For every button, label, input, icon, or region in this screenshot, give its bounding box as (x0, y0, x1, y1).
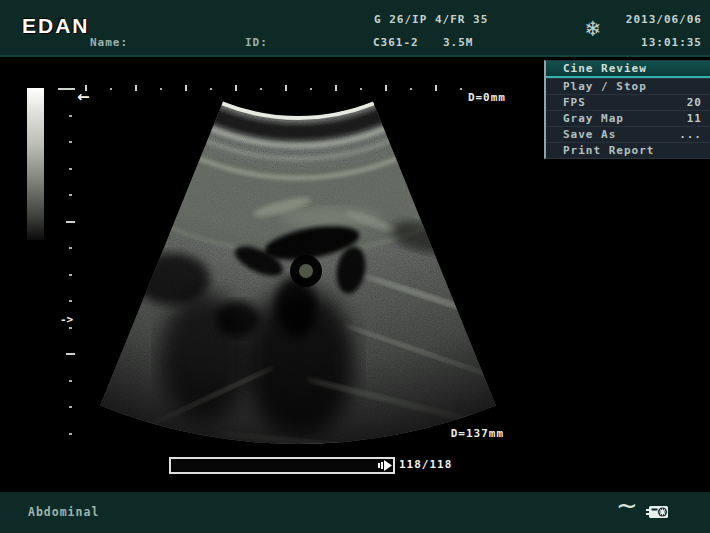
menu-item-label: Gray Map (563, 112, 624, 125)
cine-progress-bar[interactable] (169, 457, 395, 474)
menu-item-label: Save As (563, 128, 616, 141)
width-tick (360, 88, 362, 90)
orientation-arrow-icon: ← (77, 88, 90, 106)
width-tick (185, 85, 187, 91)
depth-tick (69, 115, 72, 117)
probe-frequency: 3.5M (443, 36, 474, 49)
menu-item-fps[interactable]: FPS 20 (546, 94, 710, 110)
width-tick (160, 88, 162, 90)
depth-tick (69, 274, 72, 276)
width-tick (410, 88, 412, 90)
depth-tick (69, 141, 72, 143)
depth-tick (69, 300, 72, 302)
patient-id-label: ID: (245, 36, 268, 49)
menu-item-gray-map[interactable]: Gray Map 11 (546, 110, 710, 126)
ultrasound-screen: EDAN Name: ID: G 26/IP 4/FR 35 C361-2 3.… (0, 0, 710, 533)
width-tick (335, 85, 337, 91)
depth-tick (66, 353, 75, 355)
width-tick (285, 85, 287, 91)
depth-start-label: D=0mm (440, 91, 506, 104)
frame-counter: 118/118 (399, 458, 452, 471)
edan-logo: EDAN (22, 14, 90, 38)
depth-tick (69, 247, 72, 249)
width-tick (235, 85, 237, 91)
width-tick (110, 88, 112, 90)
probe-model: C361-2 (373, 36, 419, 49)
freeze-snowflake-icon: ❄ (584, 17, 602, 41)
depth-tick (66, 221, 75, 223)
menu-item-cine-review[interactable]: Cine Review (546, 61, 710, 78)
depth-ruler (66, 88, 76, 448)
width-tick (260, 88, 262, 90)
menu-item-label: Play / Stop (563, 80, 647, 93)
system-date: 2013/06/06 (622, 13, 702, 26)
menu-item-play-stop[interactable]: Play / Stop (546, 78, 710, 94)
menu-item-label: Print Report (563, 144, 654, 157)
depth-tick (69, 380, 72, 382)
menu-item-label: Cine Review (563, 62, 647, 75)
depth-tick (69, 327, 72, 329)
printer-icon (646, 502, 670, 522)
width-tick (210, 88, 212, 90)
menu-item-print-report[interactable]: Print Report (546, 142, 710, 158)
acoustic-params: G 26/IP 4/FR 35 (374, 13, 488, 26)
menu-item-value: 11 (687, 111, 702, 126)
cine-menu: Cine Review Play / Stop FPS 20 Gray Map … (544, 60, 710, 159)
menu-item-save-as[interactable]: Save As ... (546, 126, 710, 142)
menu-item-value: ... (679, 127, 702, 142)
depth-tick (69, 406, 72, 408)
width-tick (135, 85, 137, 91)
bottom-bar: Abdominal ~ (0, 492, 710, 533)
patient-name-label: Name: (90, 36, 128, 49)
width-ruler (85, 85, 485, 93)
depth-tick (69, 433, 72, 435)
focus-marker[interactable]: -> (60, 313, 73, 326)
system-time: 13:01:35 (622, 36, 702, 49)
exam-preset-label: Abdominal (28, 505, 99, 519)
width-tick (385, 85, 387, 91)
depth-end-label: D=137mm (428, 427, 504, 440)
width-tick (435, 85, 437, 91)
wave-icon: ~ (616, 490, 638, 520)
grayscale-bar (27, 88, 44, 240)
cine-position-arrow-icon (377, 460, 393, 471)
depth-tick (69, 194, 72, 196)
width-tick (460, 88, 462, 90)
menu-item-value: 20 (687, 95, 702, 110)
depth-tick (69, 168, 72, 170)
ruler-corner-mark (58, 88, 66, 90)
top-bar: EDAN Name: ID: G 26/IP 4/FR 35 C361-2 3.… (0, 0, 710, 57)
menu-item-label: FPS (563, 96, 586, 109)
depth-tick (66, 88, 75, 90)
width-tick (310, 88, 312, 90)
